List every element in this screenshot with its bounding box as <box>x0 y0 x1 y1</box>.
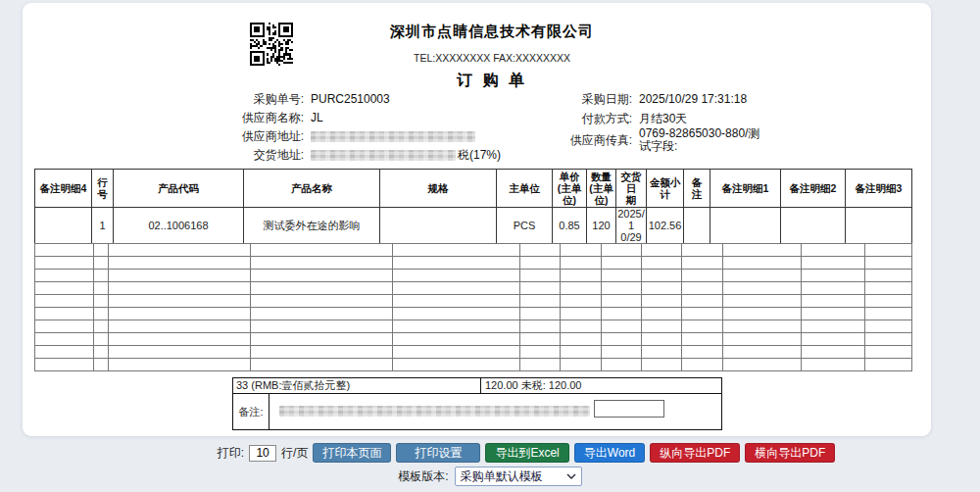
empty-cell <box>723 295 802 308</box>
supplier-name-value: JL <box>311 111 323 124</box>
print-settings-button[interactable]: 打印设置 <box>396 443 480 463</box>
cell-subtotal: 102.56 <box>647 208 684 244</box>
col-header-remark-detail1: 备注明细1 <box>710 170 781 208</box>
empty-row <box>35 359 912 371</box>
document-title: 订 购 单 <box>457 71 527 91</box>
empty-cell <box>682 244 723 257</box>
empty-cell <box>642 359 682 371</box>
empty-cell <box>393 359 520 371</box>
empty-cell <box>251 282 393 295</box>
empty-cell <box>802 308 865 320</box>
empty-cell <box>723 320 802 333</box>
items-table-header-row: 备注明细4 行号 产品代码 产品名称 规格 主单位 单价 (主单 位) 数量 (… <box>35 170 912 208</box>
empty-cell <box>393 308 520 320</box>
empty-row <box>35 282 912 295</box>
empty-cell <box>682 270 723 282</box>
empty-cell <box>393 282 520 295</box>
col-header-spec: 规格 <box>380 170 497 208</box>
empty-cell <box>802 346 865 359</box>
col-header-remark: 备 注 <box>684 170 710 208</box>
empty-row <box>35 308 912 320</box>
empty-cell <box>35 270 94 282</box>
empty-cell <box>723 346 802 359</box>
empty-cell <box>109 346 251 359</box>
cell-remark-detail4 <box>35 208 92 244</box>
empty-row <box>35 270 912 282</box>
empty-cell <box>802 257 865 270</box>
empty-cell <box>35 308 94 320</box>
empty-cell <box>94 346 109 359</box>
supplier-fax-row: 供应商传真: 0769-82865030-880/测试字段: <box>517 127 760 153</box>
col-header-unit-price: 单价 (主单 位) <box>553 170 587 208</box>
empty-cell <box>682 282 723 295</box>
empty-cell <box>682 257 723 270</box>
empty-row <box>35 320 912 333</box>
empty-cell <box>520 295 561 308</box>
export-excel-button[interactable]: 导出到Excel <box>485 443 568 463</box>
empty-cell <box>865 282 912 295</box>
empty-cell <box>561 308 602 320</box>
chevron-down-icon <box>566 473 576 479</box>
supplier-fax-label: 供应商传真: <box>517 133 632 147</box>
empty-cell <box>94 320 109 333</box>
rows-per-page-input[interactable] <box>249 445 276 462</box>
empty-cell <box>642 244 682 257</box>
delivery-address-row: 交货地址: 税(17%) <box>189 148 501 162</box>
empty-cell <box>393 346 520 359</box>
empty-cell <box>251 244 393 257</box>
export-pdf-portrait-button[interactable]: 纵向导出PDF <box>650 443 740 463</box>
empty-cell <box>109 257 251 270</box>
empty-row <box>35 346 912 359</box>
empty-cell <box>561 333 602 346</box>
empty-cell <box>642 320 682 333</box>
empty-cell <box>723 244 802 257</box>
cell-unit-price: 0.85 <box>553 208 587 244</box>
empty-cell <box>802 282 865 295</box>
empty-cell <box>561 359 602 371</box>
empty-cell <box>393 320 520 333</box>
empty-cell <box>561 295 602 308</box>
cell-line-no: 1 <box>92 208 114 244</box>
supplier-address-label: 供应商地址: <box>189 129 304 143</box>
empty-cell <box>682 295 723 308</box>
po-number-label: 采购单号: <box>189 92 304 106</box>
export-pdf-landscape-button[interactable]: 横向导出PDF <box>745 443 835 463</box>
cell-remark-detail2 <box>781 208 846 244</box>
supplier-name-row: 供应商名称: JL <box>189 111 323 124</box>
empty-cell <box>94 359 109 371</box>
po-date-row: 采购日期: 2025/10/29 17:31:18 <box>517 92 747 106</box>
remark-input-box[interactable] <box>594 400 664 418</box>
summary-remark-row: 备注: <box>233 394 721 429</box>
empty-cell <box>520 333 561 346</box>
empty-cell <box>520 282 561 295</box>
empty-cell <box>561 320 602 333</box>
empty-cell <box>642 333 682 346</box>
payment-terms-label: 付款方式: <box>517 112 632 125</box>
empty-cell <box>865 346 912 359</box>
empty-cell <box>723 282 802 295</box>
export-word-button[interactable]: 导出Word <box>574 443 645 463</box>
col-header-quantity: 数量 (主单 位) <box>587 170 616 208</box>
empty-cell <box>520 359 561 371</box>
col-header-remark-detail4: 备注明细4 <box>35 170 92 208</box>
empty-cell <box>865 359 912 371</box>
empty-cell <box>393 333 520 346</box>
empty-cell <box>682 359 723 371</box>
po-number-row: 采购单号: PURC2510003 <box>189 92 390 106</box>
empty-row <box>35 257 912 270</box>
empty-cell <box>94 308 109 320</box>
empty-cell <box>602 320 642 333</box>
empty-cell <box>35 346 94 359</box>
empty-cell <box>520 270 561 282</box>
empty-cell <box>251 333 393 346</box>
print-page-button[interactable]: 打印本页面 <box>313 443 391 463</box>
empty-cell <box>602 270 642 282</box>
empty-cell <box>865 308 912 320</box>
col-header-remark-detail3: 备注明细3 <box>846 170 912 208</box>
empty-cell <box>865 244 912 257</box>
template-select-value: 采购单默认模板 <box>461 468 543 485</box>
empty-row <box>35 333 912 346</box>
empty-cell <box>251 308 393 320</box>
empty-cell <box>520 320 561 333</box>
template-select[interactable]: 采购单默认模板 <box>455 467 582 486</box>
